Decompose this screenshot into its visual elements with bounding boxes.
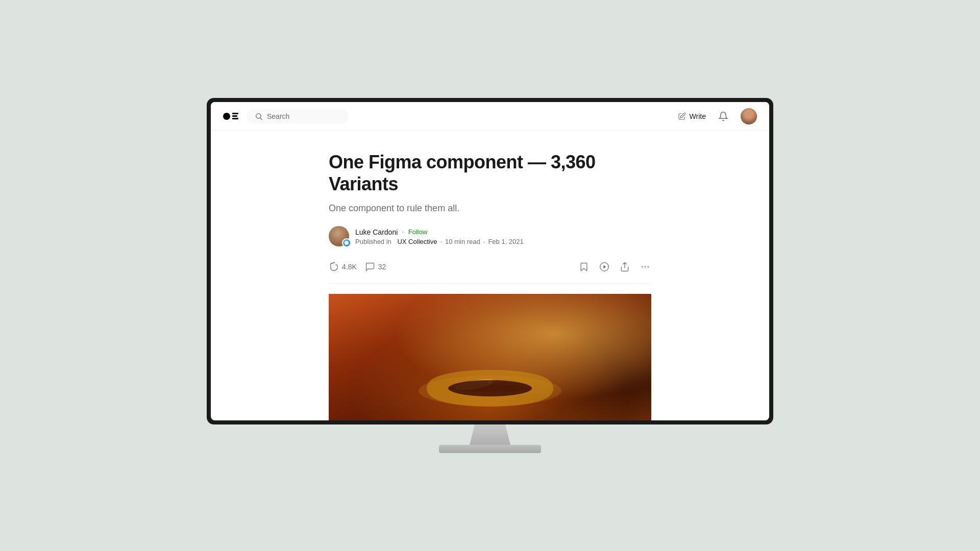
navbar: Search Write	[211, 102, 769, 131]
ellipsis-icon	[640, 262, 650, 272]
logo-circle-icon	[223, 113, 230, 120]
comment-button[interactable]: 32	[365, 262, 386, 272]
search-box[interactable]: Search	[247, 109, 349, 124]
read-time: 10 min read	[445, 238, 480, 245]
article-subtitle: One component to rule them all.	[329, 203, 651, 214]
notification-button[interactable]	[716, 109, 730, 123]
listen-button[interactable]	[598, 261, 610, 273]
publication-spacer	[394, 238, 396, 245]
svg-point-6	[645, 266, 646, 268]
follow-button[interactable]: Follow	[408, 228, 428, 236]
hero-image: ᚠᚢᚦᚨᚱᚲ ᚠᚢᚦᚨᚱᚲ ᚠᚢᚦᚨᚱᚲ	[329, 294, 651, 420]
svg-point-7	[648, 266, 649, 268]
clap-count: 4.8K	[342, 263, 357, 271]
published-in-label: Published in	[355, 238, 391, 245]
bell-icon	[718, 111, 728, 121]
svg-marker-3	[603, 265, 606, 269]
search-icon	[255, 112, 263, 120]
svg-line-1	[260, 118, 262, 120]
write-icon	[677, 112, 687, 121]
action-bar: 4.8K 32	[329, 261, 651, 284]
screen: Search Write	[211, 102, 769, 420]
medium-logo[interactable]	[223, 113, 238, 120]
avatar[interactable]	[741, 108, 757, 124]
search-label: Search	[267, 112, 289, 120]
comment-count: 32	[378, 263, 386, 271]
monitor-stand-base	[439, 445, 541, 453]
article-container: One Figma component — 3,360 Variants One…	[316, 151, 664, 420]
nav-left: Search	[223, 109, 349, 124]
action-left: 4.8K 32	[329, 262, 386, 272]
share-button[interactable]	[619, 261, 631, 273]
publication-badge	[342, 238, 351, 247]
author-name-row: Luke Cardoni · Follow	[355, 228, 524, 237]
author-avatar-wrap	[329, 226, 349, 246]
ring-visual: ᚠᚢᚦᚨᚱᚲ ᚠᚢᚦᚨᚱᚲ ᚠᚢᚦᚨᚱᚲ	[383, 355, 597, 416]
content-area: One Figma component — 3,360 Variants One…	[211, 131, 769, 420]
bookmark-button[interactable]	[578, 261, 590, 273]
publication-name[interactable]: UX Collective	[397, 238, 437, 245]
article-title: One Figma component — 3,360 Variants	[329, 151, 651, 195]
svg-point-0	[256, 113, 261, 118]
author-name[interactable]: Luke Cardoni	[355, 228, 398, 236]
bookmark-icon	[579, 262, 589, 272]
separator: ·	[402, 228, 404, 237]
write-label: Write	[690, 112, 706, 120]
nav-right: Write	[677, 108, 757, 124]
svg-point-13	[448, 380, 532, 396]
author-row: Luke Cardoni · Follow Published in UX Co…	[329, 226, 651, 246]
monitor: Search Write	[207, 98, 773, 424]
clap-button[interactable]: 4.8K	[329, 262, 357, 272]
svg-point-5	[642, 266, 643, 268]
action-right	[578, 261, 651, 273]
meta-sep1: ·	[440, 238, 442, 245]
publish-date: Feb 1, 2021	[488, 238, 523, 245]
write-button[interactable]: Write	[677, 112, 706, 121]
share-icon	[620, 262, 630, 272]
monitor-wrapper: Search Write	[207, 98, 773, 453]
meta-sep2: ·	[483, 238, 485, 245]
author-meta: Published in UX Collective · 10 min read…	[355, 238, 524, 245]
comment-icon	[365, 262, 375, 272]
monitor-stand-neck	[464, 424, 516, 445]
avatar-image	[741, 108, 757, 124]
logo-bars-icon	[232, 113, 238, 119]
more-options-button[interactable]	[639, 261, 651, 273]
play-icon	[599, 262, 609, 272]
author-info: Luke Cardoni · Follow Published in UX Co…	[355, 228, 524, 245]
clap-icon	[329, 262, 339, 272]
